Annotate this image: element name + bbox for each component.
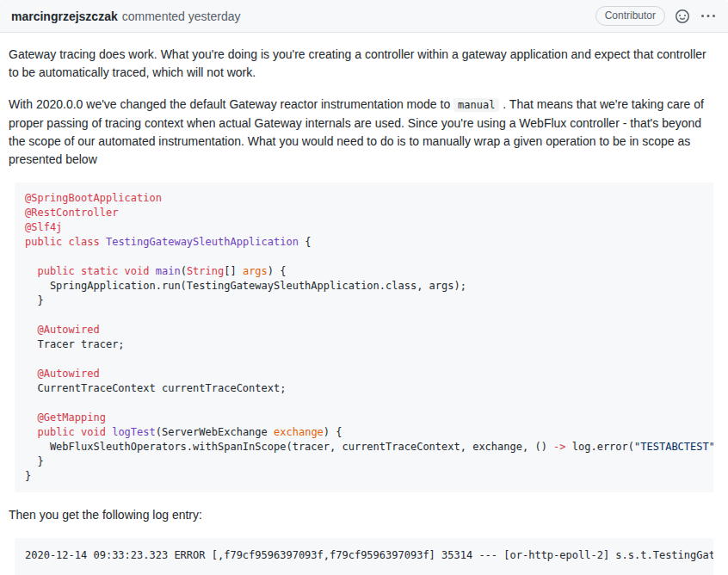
author-association-badge: Contributor xyxy=(595,6,665,26)
comment-author-link[interactable]: marcingrzejszczak xyxy=(11,9,118,23)
comment-header-actions: Contributor xyxy=(595,6,717,26)
comment-options-button[interactable] xyxy=(700,8,717,25)
add-reaction-button[interactable] xyxy=(674,8,691,25)
log-content: 2020-12-14 09:33:23.323 ERROR [,f79cf959… xyxy=(25,549,713,561)
java-code-block: @SpringBootApplication @RestController @… xyxy=(15,182,713,492)
kebab-horizontal-icon xyxy=(701,9,715,23)
inline-code-manual: manual xyxy=(453,98,499,112)
comment-body: Gateway tracing does work. What you're d… xyxy=(0,33,728,575)
comment-timestamp: commented yesterday xyxy=(122,9,241,23)
comment-card: marcingrzejszczak commented yesterday Co… xyxy=(0,0,728,575)
paragraph-2: With 2020.0.0 we've changed the default … xyxy=(9,96,719,169)
smiley-icon xyxy=(676,9,689,23)
paragraph-1: Gateway tracing does work. What you're d… xyxy=(9,46,719,82)
code-content: @SpringBootApplication @RestController @… xyxy=(25,192,713,482)
comment-header: marcingrzejszczak commented yesterday Co… xyxy=(0,0,728,33)
log-output-block: 2020-12-14 09:33:23.323 ERROR [,f79cf959… xyxy=(15,538,713,575)
paragraph-2-text-before: With 2020.0.0 we've changed the default … xyxy=(9,97,453,111)
paragraph-3: Then you get the following log entry: xyxy=(9,506,719,524)
